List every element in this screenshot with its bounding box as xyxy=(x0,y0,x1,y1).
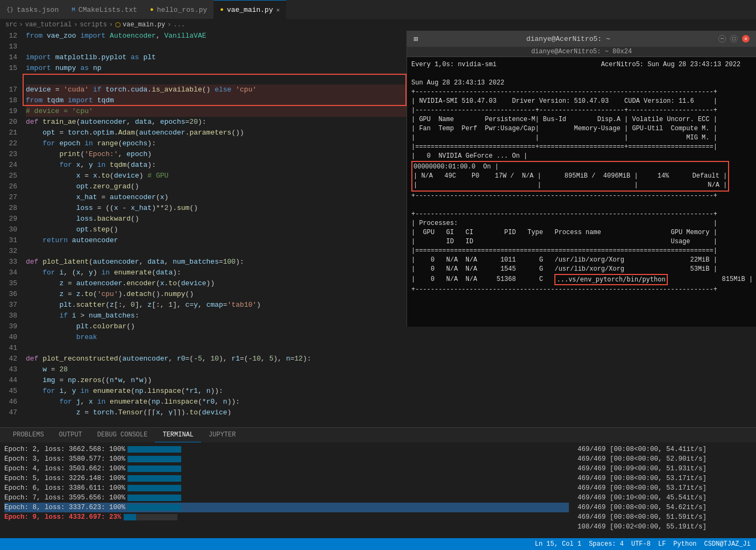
tab-label-vae: vae_main.py xyxy=(227,6,273,14)
bottom-terminal-content: Epoch: 2, loss: 3662.568: 100% Epoch: 3,… xyxy=(0,442,756,538)
epoch-line-3: Epoch: 3, loss: 3580.577: 100% xyxy=(4,454,569,464)
tab-problems[interactable]: PROBLEMS xyxy=(5,428,52,443)
speed-line-8: 469/469 [00:08<00:00, 51.59it/s] xyxy=(577,512,752,522)
speed-line-3: 469/469 [00:09<00:00, 51.93it/s] xyxy=(577,464,752,474)
tab-output[interactable]: OUTPUT xyxy=(52,428,90,443)
epoch-line-2: Epoch: 2, loss: 3662.568: 100% xyxy=(4,445,569,454)
terminal-grid-icon: ⊞ xyxy=(413,34,418,44)
speed-line-2: 469/469 [00:08<00:00, 52.90it/s] xyxy=(577,454,752,464)
gpu-highlight-box: 00000000:01:00.0 On | | N/A 49C P0 17W /… xyxy=(411,161,729,192)
status-csdn: CSDN@TJAZ_Ji xyxy=(704,540,751,548)
terminal-titlebar: ⊞ dianye@AcerNitro5: ~ ─ □ ✕ xyxy=(407,31,756,47)
code-line-43: w = 28 xyxy=(26,364,756,375)
python-highlight-box: ...vs/env_pytorch/bin/python xyxy=(554,274,667,285)
terminal-title: dianye@AcerNitro5: ~ xyxy=(418,35,718,43)
code-line-46: for j, x in enumerate(np.linspace(*r0, n… xyxy=(26,397,756,407)
tab-hello[interactable]: ● hello_ros.py xyxy=(144,0,213,19)
tab-debug-console[interactable]: DEBUG CONSOLE xyxy=(90,428,155,443)
epoch-line-5: Epoch: 5, loss: 3226.148: 100% xyxy=(4,474,569,483)
tab-vae[interactable]: ● vae_main.py ✕ xyxy=(213,0,286,19)
gpu-row-pre: | 0 NVIDIA GeForce ... On | xyxy=(411,152,729,161)
epoch-line-9: Epoch: 9, loss: 4332.697: 23% xyxy=(4,512,569,522)
status-encoding: UTF-8 xyxy=(631,540,651,548)
terminal-body: Every 1,0s: nvidia-smi AcerNitro5: Sun A… xyxy=(407,57,756,327)
tab-icon-cmake: M xyxy=(72,6,75,13)
code-line-47: z = torch.Tensor([[x, y]]).to(device) xyxy=(26,407,756,415)
close-icon-vae[interactable]: ✕ xyxy=(276,6,280,13)
python-row: | 0 N/A N/A 51368 C ...vs/env_pytorch/bi… xyxy=(411,274,752,285)
terminal-subtitle: dianye@AcerNitro5: ~ 80x24 xyxy=(407,47,756,57)
status-eol: LF xyxy=(658,540,666,548)
speed-line-7: 469/469 [00:08<00:00, 54.62it/s] xyxy=(577,503,752,512)
close-button[interactable]: ✕ xyxy=(742,35,750,43)
tab-jupyter[interactable]: JUPYTER xyxy=(201,428,243,443)
tab-bar: {} tasks.json M CMakeLists.txt ● hello_r… xyxy=(0,0,756,19)
code-line-44: img = np.zeros((n*w, n*w)) xyxy=(26,375,756,386)
status-right: Ln 15, Col 1 Spaces: 4 UTF-8 LF Python C… xyxy=(535,540,751,548)
tab-icon-tasks: {} xyxy=(6,6,13,13)
code-line-45: for i, y in enumerate(np.linspace(*r1, n… xyxy=(26,386,756,397)
tab-label-tasks: tasks.json xyxy=(17,6,59,14)
bottom-left-panel: Epoch: 2, loss: 3662.568: 100% Epoch: 3,… xyxy=(0,442,573,538)
tab-icon-vae: ● xyxy=(220,6,224,13)
tab-terminal[interactable]: TERMINAL xyxy=(155,428,201,443)
gpu-row-container: | 0 NVIDIA GeForce ... On | 00000000:01:… xyxy=(411,152,729,192)
speed-line-1: 469/469 [00:08<00:00, 54.41it/s] xyxy=(577,445,752,454)
code-line-40: break xyxy=(26,332,756,343)
line-numbers: 12 13 14 15 17 18 19 20 21 22 23 24 25 2… xyxy=(0,31,22,415)
code-line-42: def plot_reconstructed(autoencoder, r0=(… xyxy=(26,354,756,364)
breadcrumb: src › vae_tutorial › scripts › ⬡ vae_mai… xyxy=(0,19,756,31)
epoch-line-7: Epoch: 7, loss: 3595.656: 100% xyxy=(4,493,569,503)
tab-cmake[interactable]: M CMakeLists.txt xyxy=(65,0,144,19)
bottom-terminal: Epoch: 2, loss: 3662.568: 100% Epoch: 3,… xyxy=(0,442,756,538)
maximize-button[interactable]: □ xyxy=(730,35,738,43)
terminal-panel: ⊞ dianye@AcerNitro5: ~ ─ □ ✕ dianye@Acer… xyxy=(406,31,756,327)
epoch-line-8: Epoch: 8, loss: 3337.623: 100% xyxy=(4,503,569,512)
terminal-content: Every 1,0s: nvidia-smi AcerNitro5: Sun A… xyxy=(411,60,752,152)
tab-label-cmake: CMakeLists.txt xyxy=(79,6,137,14)
epoch-line-4: Epoch: 4, loss: 3503.662: 100% xyxy=(4,464,569,474)
status-language: Python xyxy=(673,540,696,548)
epoch-line-6: Epoch: 6, loss: 3386.611: 100% xyxy=(4,483,569,493)
speed-line-6: 469/469 [00:10<00:00, 45.54it/s] xyxy=(577,493,752,503)
speed-line-9: 108/469 [00:02<00:00, 55.19it/s] xyxy=(577,522,752,532)
status-spaces: Spaces: 4 xyxy=(589,540,624,548)
speed-line-4: 469/469 [00:08<00:00, 53.17it/s] xyxy=(577,474,752,483)
bottom-right-panel: 469/469 [00:08<00:00, 54.41it/s] 469/469… xyxy=(573,442,756,538)
bottom-tabs: PROBLEMS OUTPUT DEBUG CONSOLE TERMINAL J… xyxy=(0,427,756,442)
tab-icon-hello: ● xyxy=(150,6,154,13)
terminal-content-3: +---------------------------------------… xyxy=(411,285,752,294)
tab-label-hello: hello_ros.py xyxy=(157,6,208,14)
minimize-button[interactable]: ─ xyxy=(718,35,726,43)
tab-tasks[interactable]: {} tasks.json xyxy=(0,0,65,19)
code-line-41 xyxy=(26,343,756,354)
terminal-content-2: +---------------------------------------… xyxy=(411,192,752,274)
status-bar: Ln 15, Col 1 Spaces: 4 UTF-8 LF Python C… xyxy=(0,538,756,550)
speed-line-5: 469/469 [00:08<00:00, 53.17it/s] xyxy=(577,483,752,493)
status-ln-col: Ln 15, Col 1 xyxy=(535,540,581,548)
